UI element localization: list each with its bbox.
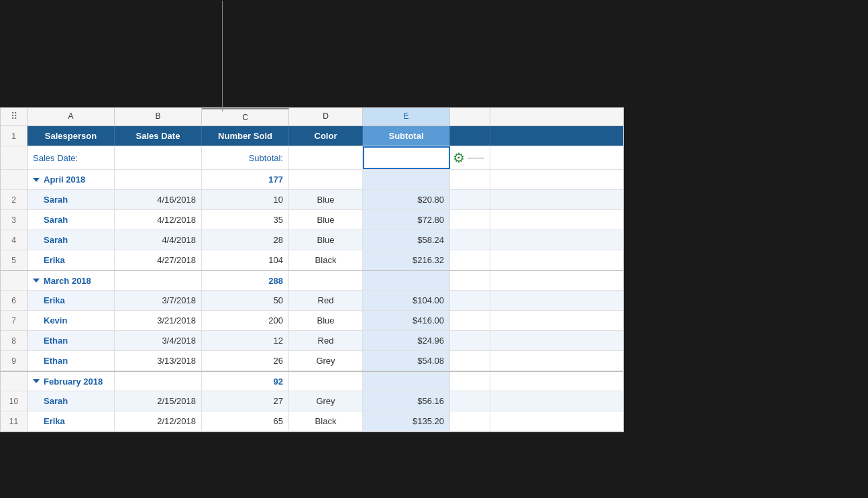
row-num-march <box>1 271 28 290</box>
row5-date: 4/27/2018 <box>115 250 202 270</box>
april-extra <box>450 170 490 189</box>
row-num-3: 3 <box>1 210 28 230</box>
corner-cell: ⠿ <box>1 108 28 126</box>
row2-color: Blue <box>289 190 363 209</box>
row-num-1: 1 <box>1 126 28 146</box>
april-b <box>115 170 202 189</box>
row8-salesperson: Ethan <box>28 331 115 350</box>
march-extra <box>450 271 490 290</box>
row5-salesperson: Erika <box>28 250 115 270</box>
drag-dots-icon: ⠿ <box>11 111 17 121</box>
table-row: 2 Sarah 4/16/2018 10 Blue $20.80 <box>1 190 623 210</box>
row2-subtotal: $20.80 <box>363 190 450 209</box>
row10-salesperson: Sarah <box>28 391 115 411</box>
header-salesperson: Salesperson <box>28 126 115 146</box>
col-header-D[interactable]: D <box>289 108 363 126</box>
row11-extra <box>450 411 490 431</box>
row10-extra <box>450 391 490 411</box>
column-headers: ⠿ A B C D E <box>1 108 623 126</box>
col-header-extra <box>450 108 490 126</box>
april-subtotal-val: 177 <box>202 170 289 189</box>
sales-date-b <box>115 146 202 169</box>
row2-salesperson: Sarah <box>28 190 115 209</box>
row7-subtotal: $416.00 <box>363 311 450 330</box>
collapse-triangle-march[interactable] <box>33 279 40 283</box>
row6-extra <box>450 291 490 310</box>
april-group-header: April 2018 177 <box>1 170 623 190</box>
row11-date: 2/12/2018 <box>115 411 202 431</box>
subtotal-active-cell[interactable] <box>363 146 450 169</box>
feb-d <box>289 372 363 391</box>
table-row: 9 Ethan 3/13/2018 26 Grey $54.08 <box>1 351 623 371</box>
header-sales-date: Sales Date <box>115 126 202 146</box>
sales-date-d <box>289 146 363 169</box>
row-num-feb <box>1 372 28 391</box>
row9-date: 3/13/2018 <box>115 351 202 370</box>
feb-e <box>363 372 450 391</box>
spreadsheet: ⠿ A B C D E 1 Salesperson Sales Date Num… <box>0 107 624 432</box>
row8-extra <box>450 331 490 350</box>
subtotal-text-cell: Subtotal: <box>202 146 289 169</box>
row3-salesperson: Sarah <box>28 210 115 230</box>
row4-extra <box>450 230 490 250</box>
table-header-row: 1 Salesperson Sales Date Number Sold Col… <box>1 126 623 146</box>
table-row: 4 Sarah 4/4/2018 28 Blue $58.24 <box>1 230 623 250</box>
row6-number: 50 <box>202 291 289 310</box>
col-header-B[interactable]: B <box>115 108 202 126</box>
row10-date: 2/15/2018 <box>115 391 202 411</box>
row-num-2: 2 <box>1 190 28 209</box>
collapse-triangle-feb[interactable] <box>33 379 40 383</box>
row-num-6: 6 <box>1 291 28 310</box>
row4-color: Blue <box>289 230 363 250</box>
row6-salesperson: Erika <box>28 291 115 310</box>
collapse-triangle-april[interactable] <box>33 178 40 182</box>
row9-color: Grey <box>289 351 363 370</box>
row6-date: 3/7/2018 <box>115 291 202 310</box>
row-num-4: 4 <box>1 230 28 250</box>
row10-color: Grey <box>289 391 363 411</box>
header-subtotal: Subtotal <box>363 126 450 146</box>
row-num-8: 8 <box>1 331 28 350</box>
row6-subtotal: $104.00 <box>363 291 450 310</box>
column-line <box>222 1 223 111</box>
gear-icon[interactable]: ⚙ <box>453 150 465 166</box>
feb-extra <box>450 372 490 391</box>
row7-number: 200 <box>202 311 289 330</box>
feb-group-header: February 2018 92 <box>1 371 623 391</box>
march-group-header: March 2018 288 <box>1 270 623 291</box>
row5-extra <box>450 250 490 270</box>
table-row: 6 Erika 3/7/2018 50 Red $104.00 <box>1 291 623 311</box>
row5-number: 104 <box>202 250 289 270</box>
row5-color: Black <box>289 250 363 270</box>
feb-group-label[interactable]: February 2018 <box>28 372 115 391</box>
row7-date: 3/21/2018 <box>115 311 202 330</box>
table-row: 8 Ethan 3/4/2018 12 Red $24.96 <box>1 331 623 351</box>
table-row: 5 Erika 4/27/2018 104 Black $216.32 <box>1 250 623 270</box>
row8-number: 12 <box>202 331 289 350</box>
march-b <box>115 271 202 290</box>
row8-date: 3/4/2018 <box>115 331 202 350</box>
row9-salesperson: Ethan <box>28 351 115 370</box>
feb-b <box>115 372 202 391</box>
row4-date: 4/4/2018 <box>115 230 202 250</box>
row5-subtotal: $216.32 <box>363 250 450 270</box>
row9-extra <box>450 351 490 370</box>
march-group-label[interactable]: March 2018 <box>28 271 115 290</box>
row11-number: 65 <box>202 411 289 431</box>
april-d <box>289 170 363 189</box>
row8-subtotal: $24.96 <box>363 331 450 350</box>
row2-date: 4/16/2018 <box>115 190 202 209</box>
header-color: Color <box>289 126 363 146</box>
april-group-label[interactable]: April 2018 <box>28 170 115 189</box>
row11-subtotal: $135.20 <box>363 411 450 431</box>
gear-cell[interactable]: ⚙ <box>450 146 490 169</box>
col-header-A[interactable]: A <box>28 108 115 126</box>
row4-number: 28 <box>202 230 289 250</box>
col-header-E[interactable]: E <box>363 108 450 126</box>
march-d <box>289 271 363 290</box>
row11-salesperson: Erika <box>28 411 115 431</box>
row7-color: Blue <box>289 311 363 330</box>
col-header-C[interactable]: C <box>202 108 289 126</box>
row-num-11: 11 <box>1 411 28 431</box>
row-num-5: 5 <box>1 250 28 270</box>
